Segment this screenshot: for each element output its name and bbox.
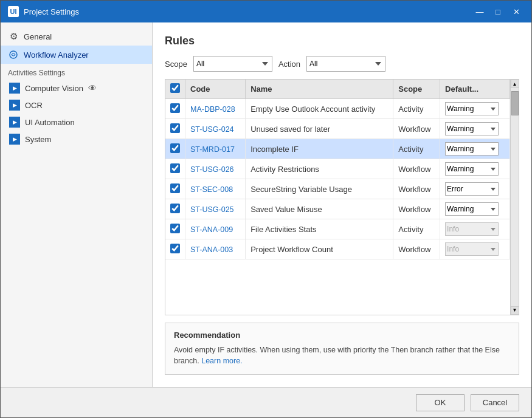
code-link[interactable]: ST-USG-024 bbox=[190, 125, 234, 134]
row-code: MA-DBP-028 bbox=[185, 99, 246, 119]
table-row: ST-SEC-008 SecureString Variable Usage W… bbox=[165, 179, 510, 199]
code-link[interactable]: ST-MRD-017 bbox=[190, 145, 235, 154]
rules-table: Code Name Scope Default... MA-DBP-028 Em… bbox=[165, 80, 510, 259]
scroll-thumb[interactable] bbox=[511, 91, 519, 115]
severity-select[interactable]: Warning Error Info bbox=[445, 222, 499, 236]
main-content: ⚙ General Workflow Analyzer Activities S… bbox=[1, 22, 531, 387]
row-severity: Warning Error Info bbox=[440, 219, 510, 239]
rules-title: Rules bbox=[165, 35, 519, 47]
row-code: ST-MRD-017 bbox=[185, 139, 246, 159]
row-scope: Workflow bbox=[393, 159, 440, 179]
row-checkbox-cell bbox=[165, 199, 185, 219]
row-checkbox[interactable] bbox=[170, 103, 180, 113]
scroll-down-arrow[interactable]: ▼ bbox=[511, 306, 519, 315]
table-row: MA-DBP-028 Empty Use Outlook Account act… bbox=[165, 99, 510, 119]
recommendation-title: Recommendation bbox=[174, 331, 510, 340]
row-name: Unused saved for later bbox=[246, 119, 393, 139]
table-scroll[interactable]: Code Name Scope Default... MA-DBP-028 Em… bbox=[165, 80, 510, 315]
code-link[interactable]: ST-ANA-003 bbox=[190, 245, 233, 254]
row-scope: Workflow bbox=[393, 199, 440, 219]
col-scope: Scope bbox=[393, 80, 440, 99]
table-row: ST-USG-024 Unused saved for later Workfl… bbox=[165, 119, 510, 139]
sidebar-item-system[interactable]: ▶ System bbox=[1, 131, 152, 148]
severity-select[interactable]: Warning Error Info bbox=[445, 162, 499, 176]
rules-table-container: Code Name Scope Default... MA-DBP-028 Em… bbox=[165, 79, 519, 315]
select-all-checkbox[interactable] bbox=[170, 83, 180, 93]
row-code: ST-USG-024 bbox=[185, 119, 246, 139]
svg-point-0 bbox=[10, 51, 17, 58]
nav-arrow-icon: ▶ bbox=[9, 100, 20, 111]
row-code: ST-ANA-003 bbox=[185, 239, 246, 259]
row-severity: Warning Error Info bbox=[440, 119, 510, 139]
severity-select[interactable]: Warning Error Info bbox=[445, 202, 499, 216]
table-row: ST-USG-025 Saved Value Misuse Workflow W… bbox=[165, 199, 510, 219]
table-header-row: Code Name Scope Default... bbox=[165, 80, 510, 99]
row-checkbox[interactable] bbox=[170, 163, 180, 173]
project-settings-window: UI Project Settings — □ ✕ ⚙ General bbox=[0, 0, 532, 418]
row-name: SecureString Variable Usage bbox=[246, 179, 393, 199]
col-code: Code bbox=[185, 80, 246, 99]
sidebar-item-workflow-analyzer[interactable]: Workflow Analyzer bbox=[1, 46, 152, 64]
row-scope: Activity bbox=[393, 99, 440, 119]
cancel-button[interactable]: Cancel bbox=[471, 394, 519, 411]
row-checkbox-cell bbox=[165, 119, 185, 139]
scope-label: Scope bbox=[165, 60, 187, 69]
sidebar-item-ui-automation[interactable]: ▶ UI Automation bbox=[1, 114, 152, 131]
window-title: Project Settings bbox=[24, 7, 472, 16]
recommendation-box: Recommendation Avoid empty IF activities… bbox=[165, 323, 519, 375]
severity-select[interactable]: Warning Error Info bbox=[445, 182, 499, 196]
severity-select[interactable]: Warning Error Info bbox=[445, 242, 499, 256]
row-scope: Workflow bbox=[393, 179, 440, 199]
scroll-up-arrow[interactable]: ▲ bbox=[511, 80, 519, 88]
row-severity: Warning Error Info bbox=[440, 199, 510, 219]
sidebar-item-general[interactable]: ⚙ General bbox=[1, 27, 152, 46]
row-checkbox-cell bbox=[165, 99, 185, 119]
row-severity: Warning Error Info bbox=[440, 179, 510, 199]
eye-icon: 👁 bbox=[88, 83, 97, 93]
action-select[interactable]: All Warning Error Info bbox=[306, 56, 385, 72]
row-severity: Warning Error Info bbox=[440, 159, 510, 179]
ui-automation-label: UI Automation bbox=[25, 118, 75, 127]
close-button[interactable]: ✕ bbox=[508, 5, 524, 18]
nav-arrow-icon: ▶ bbox=[9, 83, 20, 94]
code-link[interactable]: ST-ANA-009 bbox=[190, 225, 233, 234]
severity-select[interactable]: Warning Error Info bbox=[445, 122, 499, 135]
row-name: Incomplete IF bbox=[246, 139, 393, 159]
ok-button[interactable]: OK bbox=[416, 394, 465, 411]
maximize-button[interactable]: □ bbox=[490, 5, 506, 18]
row-severity: Warning Error Info bbox=[440, 139, 510, 159]
row-checkbox-cell bbox=[165, 239, 185, 259]
footer: OK Cancel bbox=[1, 387, 531, 417]
sidebar-item-ocr[interactable]: ▶ OCR bbox=[1, 97, 152, 114]
row-checkbox[interactable] bbox=[170, 183, 180, 193]
minimize-button[interactable]: — bbox=[472, 5, 488, 18]
row-checkbox[interactable] bbox=[170, 204, 180, 213]
action-label: Action bbox=[278, 60, 300, 69]
table-row: ST-USG-026 Activity Restrictions Workflo… bbox=[165, 159, 510, 179]
row-checkbox[interactable] bbox=[170, 143, 180, 153]
learn-more-link[interactable]: Learn more. bbox=[201, 357, 242, 365]
row-checkbox[interactable] bbox=[170, 244, 180, 253]
code-link[interactable]: ST-USG-026 bbox=[190, 165, 234, 174]
col-default: Default... bbox=[440, 80, 510, 99]
row-scope: Workflow bbox=[393, 239, 440, 259]
ocr-label: OCR bbox=[25, 101, 43, 110]
code-link[interactable]: ST-USG-025 bbox=[190, 205, 234, 214]
row-name: Empty Use Outlook Account activity bbox=[246, 99, 393, 119]
sidebar-workflow-label: Workflow Analyzer bbox=[24, 50, 89, 60]
col-checkbox bbox=[165, 80, 185, 99]
gear-icon: ⚙ bbox=[8, 31, 19, 42]
row-name: Saved Value Misuse bbox=[246, 199, 393, 219]
scope-select[interactable]: All Activity Workflow bbox=[193, 56, 272, 72]
row-scope: Activity bbox=[393, 219, 440, 239]
code-link[interactable]: ST-SEC-008 bbox=[190, 185, 233, 194]
row-name: Activity Restrictions bbox=[246, 159, 393, 179]
row-checkbox[interactable] bbox=[170, 123, 180, 133]
severity-select[interactable]: Warning Error Info bbox=[445, 142, 499, 156]
severity-select[interactable]: Warning Error Info bbox=[445, 102, 499, 115]
table-row: ST-ANA-009 File Activities Stats Activit… bbox=[165, 219, 510, 239]
row-checkbox[interactable] bbox=[170, 224, 180, 233]
code-link[interactable]: MA-DBP-028 bbox=[190, 105, 235, 114]
row-code: ST-USG-025 bbox=[185, 199, 246, 219]
sidebar-item-computer-vision[interactable]: ▶ Computer Vision 👁 bbox=[1, 80, 152, 97]
